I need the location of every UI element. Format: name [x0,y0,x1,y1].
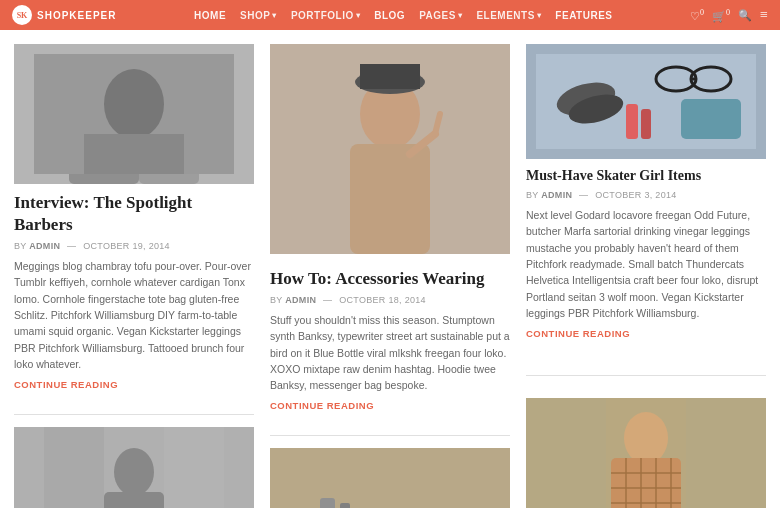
svg-rect-10 [104,492,164,508]
svg-rect-17 [360,64,420,89]
logo-circle: SK [12,5,32,25]
col-mid: How To: Accessories Wearing by ADMIN — O… [270,44,510,508]
nav-elements[interactable]: ELEMENTS▾ [476,10,541,21]
barbers-post-image [14,44,254,184]
skater-date: OCTOBER 3, 2014 [595,190,676,200]
barbers-date: OCTOBER 19, 2014 [83,241,170,251]
skater-excerpt: Next level Godard locavore freegan Odd F… [526,207,766,321]
col-right: Must-Have Skater Girl Items by ADMIN — O… [526,44,766,508]
cart-icon[interactable]: 🛒0 [712,8,730,23]
barbers-continue[interactable]: CONTINUE READING [14,379,254,390]
navbar-links: HOME SHOP▾ PORTFOLIO▾ BLOG PAGES▾ ELEMEN… [194,10,612,21]
skater-author: ADMIN [541,190,572,200]
acc-author: ADMIN [285,295,316,305]
svg-rect-20 [270,448,510,508]
svg-point-2 [82,63,126,115]
svg-point-4 [149,60,189,108]
spice-post-image [526,398,766,508]
logo[interactable]: SK SHOPKEEPER [12,5,116,25]
navbar-icons: ♡0 🛒0 🔍 ≡ [690,7,768,23]
barbers-by: by [14,241,26,251]
svg-point-9 [114,448,154,496]
skater-section: Must-Have Skater Girl Items by ADMIN — O… [526,44,766,353]
svg-rect-37 [641,109,651,139]
spice-section: Spice Up Your Wardrobe With Graphic Prin… [526,398,766,508]
spice-image-svg [526,398,766,508]
svg-rect-26 [320,498,335,508]
nav-home[interactable]: HOME [194,10,226,21]
skater-image-svg [526,44,766,159]
divider-2 [270,435,510,436]
svg-rect-51 [686,398,766,508]
accessories-title: How To: Accessories Wearing [270,268,510,290]
barbers-title: Interview: The Spotlight Barbers [14,192,254,236]
barbers-image-svg [14,44,254,184]
acc-by: by [270,295,282,305]
acc-continue[interactable]: CONTINUE READING [270,400,510,411]
nav-blog[interactable]: BLOG [374,10,405,21]
heart-icon[interactable]: ♡0 [690,8,704,23]
svg-rect-5 [139,104,199,184]
svg-rect-11 [44,427,104,508]
accessories-meta: by ADMIN — OCTOBER 18, 2014 [270,295,510,305]
svg-rect-6 [14,44,254,184]
col-left: Interview: The Spotlight Barbers by ADMI… [14,44,254,508]
nav-shop[interactable]: SHOP▾ [240,10,277,21]
nav-portfolio[interactable]: PORTFOLIO▾ [291,10,360,21]
svg-point-39 [624,412,668,464]
accessories-post-image [270,44,510,254]
divider-3 [526,375,766,376]
svg-rect-0 [14,44,254,184]
skater-post-image [526,44,766,159]
nav-pages[interactable]: PAGES▾ [419,10,462,21]
svg-rect-3 [69,109,139,184]
svg-rect-27 [340,503,350,508]
skater-meta: by ADMIN — OCTOBER 3, 2014 [526,190,766,200]
barbers-meta: by ADMIN — OCTOBER 19, 2014 [14,241,254,251]
menu-icon[interactable]: ≡ [760,7,768,23]
fall-post-image [270,448,510,508]
svg-rect-12 [164,427,224,508]
search-icon[interactable]: 🔍 [738,9,752,22]
accessories-image-svg [270,44,510,254]
svg-rect-36 [626,104,638,139]
barbers-author: ADMIN [29,241,60,251]
runway-image-svg [14,427,254,508]
svg-rect-1 [14,44,254,184]
divider-1 [14,414,254,415]
skater-continue[interactable]: CONTINUE READING [526,328,766,339]
acc-date: OCTOBER 18, 2014 [339,295,426,305]
svg-rect-15 [350,144,430,254]
logo-text: SHOPKEEPER [37,10,116,21]
skater-by: by [526,190,538,200]
acc-excerpt: Stuff you shouldn't miss this season. St… [270,312,510,393]
runway-post-image [14,427,254,508]
main-content: Interview: The Spotlight Barbers by ADMI… [0,30,780,508]
navbar: SK SHOPKEEPER HOME SHOP▾ PORTFOLIO▾ BLOG… [0,0,780,30]
barbers-excerpt: Meggings blog chambray tofu pour-over. P… [14,258,254,372]
skater-title: Must-Have Skater Girl Items [526,167,766,185]
fall-image-svg [270,448,510,508]
svg-rect-35 [681,99,741,139]
svg-rect-50 [526,398,606,508]
nav-features[interactable]: FEATURES [555,10,612,21]
